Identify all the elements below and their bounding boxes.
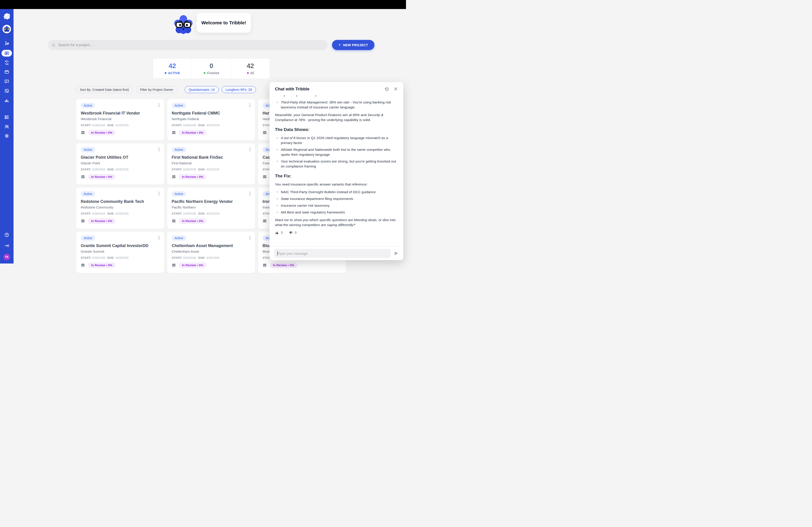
chat-paragraph: You need insurance-specific answer varia… xyxy=(275,182,398,187)
people-nav-icon[interactable] xyxy=(4,124,10,130)
new-project-button[interactable]: + NEW PROJECT xyxy=(332,40,374,50)
card-menu-icon[interactable] xyxy=(157,235,161,241)
search-input[interactable] xyxy=(58,43,324,47)
project-card[interactable]: Active Pacific Northern Energy Vendor Pa… xyxy=(167,187,255,229)
chat-message-input[interactable] xyxy=(274,249,391,258)
search-icon xyxy=(52,43,56,47)
project-subtitle: Cheltenham Asset xyxy=(172,250,250,253)
chat-section-heading: The Data Shows: xyxy=(275,127,398,133)
all-count: 42 xyxy=(247,62,254,70)
table-icon xyxy=(172,131,176,135)
card-menu-icon[interactable] xyxy=(157,191,161,197)
project-dates: START: 3/26/2026DUE: 4/25/2025 xyxy=(172,123,219,127)
send-message-icon[interactable] xyxy=(393,251,399,256)
stat-all[interactable]: 42 All xyxy=(231,58,270,79)
rows-nav-icon[interactable] xyxy=(4,115,10,120)
active-count: 42 xyxy=(169,62,176,70)
analytics-nav-icon[interactable] xyxy=(4,98,9,103)
history-icon[interactable] xyxy=(385,87,389,91)
thumbs-down-icon[interactable] xyxy=(289,231,293,235)
longform-rfx-chip[interactable]: Longform RFx: 29 xyxy=(222,86,256,93)
chat-bullet-list: Third-Party Risk Management: 38% win rat… xyxy=(275,100,398,110)
status-badge-active: Active xyxy=(172,191,186,197)
settings-nav-icon[interactable] xyxy=(4,133,10,139)
help-nav-icon[interactable] xyxy=(4,232,10,238)
tasks-nav-icon[interactable] xyxy=(4,88,9,93)
table-icon xyxy=(263,219,267,223)
finished-dot xyxy=(204,72,205,74)
sort-by-chip[interactable]: Sort By: Created Date (latest first) xyxy=(76,86,133,93)
table-icon xyxy=(172,175,176,179)
project-card[interactable]: Active Granite Summit Capital InvestorDD… xyxy=(76,232,164,264)
chat-nav-icon[interactable] xyxy=(4,79,10,84)
thumbs-up-icon[interactable] xyxy=(275,231,279,235)
project-dates: START: 3/26/2026DUE: 4/25/2025 xyxy=(81,168,129,171)
filter-chips: Sort By: Created Date (latest first) Fil… xyxy=(76,86,256,93)
chat-header: Chat with Tribble xyxy=(270,82,403,93)
project-card[interactable]: Active Glacier Point Utilities OT Glacie… xyxy=(76,144,164,185)
thumbs-up-count: 0 xyxy=(281,230,283,235)
table-icon xyxy=(81,263,85,264)
tribble-mascot xyxy=(172,13,195,36)
mascot-avatar[interactable] xyxy=(2,25,11,33)
stat-active[interactable]: 42 ACTIVE xyxy=(153,58,192,79)
status-badge-active: Active xyxy=(81,147,95,152)
sidebar: TK xyxy=(0,9,14,264)
project-card[interactable]: Active Westbrook Financial IT Vendor Wes… xyxy=(76,99,164,140)
chat-bullet-list: NAIC Third-Party Oversight Bulletin inst… xyxy=(275,190,398,215)
chat-input-row xyxy=(270,246,403,260)
project-card[interactable]: Active First National Bank FinSec First … xyxy=(167,144,255,185)
project-search[interactable] xyxy=(48,40,328,50)
clipped-previous-line xyxy=(275,95,398,97)
review-progress-badge: In Review • 0% xyxy=(179,218,206,224)
project-subtitle: First National xyxy=(172,161,250,165)
project-title: Pacific Northern Energy Vendor xyxy=(172,199,247,204)
calendar-nav-icon[interactable] xyxy=(4,70,9,74)
card-menu-icon[interactable] xyxy=(247,191,252,197)
project-title: Northgate Federal CMMC xyxy=(172,111,247,116)
chat-bullet-item: Insurance carrier risk taxonomy xyxy=(275,203,398,208)
review-progress-badge: In Review • 0% xyxy=(270,262,297,264)
welcome-text: Welcome to Tribble! xyxy=(201,20,246,26)
review-progress-badge: In Review • 0% xyxy=(88,218,115,224)
project-title: Westbrook Financial IT Vendor xyxy=(81,111,156,116)
chat-bullet-item: AM Best and state regulatory frameworks xyxy=(275,210,398,215)
project-card[interactable]: Active Cheltenham Asset Management Chelt… xyxy=(167,232,255,264)
chat-messages[interactable]: Third-Party Risk Management: 38% win rat… xyxy=(270,93,403,246)
table-icon xyxy=(81,219,85,223)
card-menu-icon[interactable] xyxy=(247,147,252,152)
all-dot xyxy=(247,72,249,74)
status-badge-active: Active xyxy=(172,235,186,241)
questionnaire-chip[interactable]: Questionnaire: 13 xyxy=(185,86,219,93)
chat-bullet-item: State insurance department filing requir… xyxy=(275,196,398,201)
review-progress-badge: In Review • 0% xyxy=(179,262,206,264)
card-menu-icon[interactable] xyxy=(157,102,161,108)
tribble-logo xyxy=(2,12,11,21)
sync-nav-icon[interactable] xyxy=(4,60,10,65)
chat-paragraph: Meanwhile, your General Product Features… xyxy=(275,112,398,122)
project-title: Glacier Point Utilities OT xyxy=(81,155,156,160)
card-menu-icon[interactable] xyxy=(157,147,161,152)
card-menu-icon[interactable] xyxy=(247,235,252,241)
logout-nav-icon[interactable] xyxy=(4,243,10,249)
chat-bullet-item: NAIC Third-Party Oversight Bulletin inst… xyxy=(275,190,398,195)
review-progress-badge: In Review • 0% xyxy=(88,130,115,135)
stat-finished[interactable]: 0 Finished xyxy=(192,58,231,79)
close-icon[interactable] xyxy=(394,87,398,91)
handoff-nav-icon[interactable] xyxy=(4,41,10,46)
project-subtitle: Granite Summit xyxy=(81,250,160,253)
chat-bullet-item: 4 out of 8 losses in Q1 2026 cited regul… xyxy=(275,135,398,146)
status-badge-active: Active xyxy=(81,235,95,241)
filter-owner-chip[interactable]: Filter by Project Owner xyxy=(136,86,177,93)
chat-bullet-item: Allstate Regional and Nationwide both lo… xyxy=(275,147,398,157)
project-card[interactable]: Active Northgate Federal CMMC Northgate … xyxy=(167,99,255,140)
project-card[interactable]: Active Redstone Community Bank Tech Reds… xyxy=(76,187,164,229)
review-progress-badge: In Review • 0% xyxy=(88,262,115,264)
review-progress-badge: In Review • 0% xyxy=(179,174,206,180)
table-icon xyxy=(81,175,85,179)
user-avatar[interactable]: TK xyxy=(3,254,10,260)
status-badge-active: Active xyxy=(172,103,186,108)
card-menu-icon[interactable] xyxy=(247,102,252,108)
projects-nav-active[interactable] xyxy=(2,50,12,57)
finished-label: Finished xyxy=(207,71,219,75)
